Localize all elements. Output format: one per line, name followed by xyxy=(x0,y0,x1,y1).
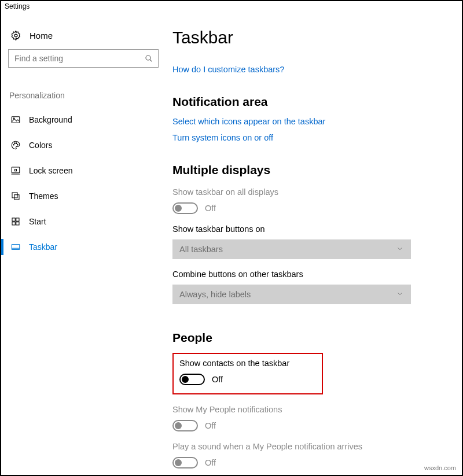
nav-label: Lock screen xyxy=(29,166,72,175)
show-taskbar-all-label: Show taskbar on all displays xyxy=(172,187,427,197)
taskbar-icon xyxy=(10,242,21,252)
nav-label: Taskbar xyxy=(29,242,57,252)
svg-point-5 xyxy=(13,145,14,146)
svg-rect-3 xyxy=(12,117,20,123)
show-contacts-label: Show contacts on the taskbar xyxy=(179,359,316,368)
section-people: People xyxy=(172,331,427,345)
svg-rect-17 xyxy=(16,222,19,225)
toggle-state: Off xyxy=(205,204,216,213)
section-displays: Multiple displays xyxy=(172,163,427,177)
svg-rect-18 xyxy=(12,245,20,250)
svg-point-4 xyxy=(13,118,14,119)
combine-buttons-dropdown[interactable]: Always, hide labels xyxy=(172,285,411,304)
search-input[interactable] xyxy=(13,53,144,64)
window-title: Settings xyxy=(1,1,462,13)
show-buttons-label: Show taskbar buttons on xyxy=(172,224,427,234)
show-contacts-toggle[interactable]: Off xyxy=(179,374,316,385)
nav-group-title: Personalization xyxy=(8,91,162,100)
toggle-switch xyxy=(172,420,198,431)
start-icon xyxy=(10,216,21,227)
svg-point-1 xyxy=(146,56,150,60)
nav-label: Start xyxy=(29,217,46,226)
toggle-state: Off xyxy=(212,375,223,384)
themes-icon xyxy=(10,191,21,201)
show-taskbar-all-toggle: Off xyxy=(172,202,427,214)
home-nav[interactable]: Home xyxy=(8,28,162,49)
toggle-switch xyxy=(172,457,198,468)
svg-point-0 xyxy=(14,34,17,37)
nav-lock-screen[interactable]: Lock screen xyxy=(8,158,162,183)
people-notif-toggle: Off xyxy=(172,420,427,431)
nav-themes[interactable]: Themes xyxy=(8,183,162,209)
dropdown-value: All taskbars xyxy=(179,245,223,254)
attribution: wsxdn.com xyxy=(424,464,456,471)
people-sound-toggle: Off xyxy=(172,457,427,468)
people-notif-label: Show My People notifications xyxy=(172,405,427,414)
search-box[interactable] xyxy=(8,49,159,68)
nav-taskbar[interactable]: Taskbar xyxy=(8,234,162,260)
page-title: Taskbar xyxy=(172,28,427,47)
dropdown-value: Always, hide labels xyxy=(179,290,251,299)
combine-buttons-label: Combine buttons on other taskbars xyxy=(172,270,427,279)
svg-point-8 xyxy=(17,145,19,146)
toggle-state: Off xyxy=(205,421,216,430)
toggle-switch xyxy=(172,202,198,214)
toggle-switch[interactable] xyxy=(179,374,205,385)
sidebar: Home Personalization Background Colors xyxy=(1,13,169,474)
main-content: Taskbar How do I customize taskbars? Not… xyxy=(169,13,462,474)
show-buttons-dropdown[interactable]: All taskbars xyxy=(172,239,411,259)
svg-point-6 xyxy=(14,143,16,144)
nav-start[interactable]: Start xyxy=(8,209,162,234)
home-label: Home xyxy=(30,31,53,40)
svg-rect-16 xyxy=(12,222,15,225)
picture-icon xyxy=(10,115,21,125)
palette-icon xyxy=(10,140,21,150)
help-link[interactable]: How do I customize taskbars? xyxy=(172,65,427,74)
highlight-box: Show contacts on the taskbar Off xyxy=(172,353,323,394)
nav-colors[interactable]: Colors xyxy=(8,132,162,158)
toggle-state: Off xyxy=(205,458,216,467)
section-notification: Notification area xyxy=(172,95,427,109)
svg-rect-13 xyxy=(14,195,19,200)
svg-rect-15 xyxy=(16,218,19,221)
people-sound-label: Play a sound when a My People notificati… xyxy=(172,442,427,451)
gear-icon xyxy=(10,30,21,41)
link-system-icons[interactable]: Turn system icons on or off xyxy=(172,133,427,142)
svg-point-7 xyxy=(16,143,17,144)
link-select-icons[interactable]: Select which icons appear on the taskbar xyxy=(172,117,427,126)
svg-line-2 xyxy=(150,60,152,61)
nav-background[interactable]: Background xyxy=(8,107,162,132)
svg-rect-12 xyxy=(12,193,17,198)
svg-rect-9 xyxy=(12,167,20,173)
nav-label: Themes xyxy=(29,191,58,201)
chevron-down-icon xyxy=(396,245,404,254)
lock-screen-icon xyxy=(10,165,21,176)
chevron-down-icon xyxy=(396,290,404,300)
search-icon xyxy=(144,54,153,63)
nav-label: Background xyxy=(29,115,72,124)
svg-rect-11 xyxy=(15,169,17,171)
svg-rect-14 xyxy=(12,218,15,221)
nav-label: Colors xyxy=(29,141,52,150)
